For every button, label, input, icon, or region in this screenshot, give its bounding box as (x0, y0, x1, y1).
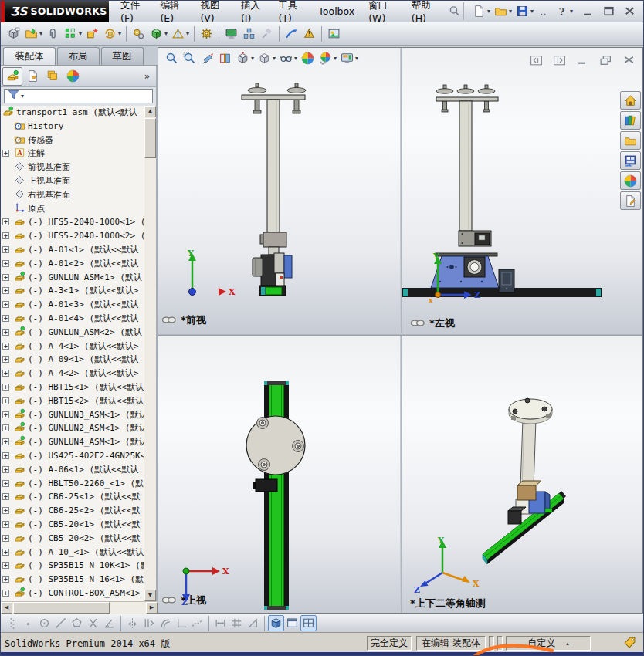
make-block-button[interactable] (245, 615, 261, 631)
dropdown-arrow-icon[interactable]: ▾ (251, 55, 254, 62)
configuration-manager-button[interactable] (42, 67, 63, 86)
spline-button[interactable] (189, 615, 205, 631)
apply-scene-button[interactable] (317, 49, 334, 67)
expander-icon[interactable]: + (2, 438, 9, 445)
dropdown-arrow-icon[interactable]: ▾ (334, 55, 337, 62)
smart-fastener-button[interactable] (83, 25, 101, 42)
trim-button[interactable] (85, 615, 101, 631)
expander-icon[interactable]: + (2, 370, 9, 377)
tree-item[interactable]: +(-) CB5-20<1> (默认<<默 (1, 518, 144, 532)
scroll-left-arrow[interactable]: ◀ (1, 602, 12, 614)
viewport-top[interactable]: X Z *上视 (158, 336, 400, 613)
menu-item-5[interactable]: Toolbox (311, 5, 361, 17)
expander-icon[interactable]: + (2, 480, 9, 487)
insert-component-button[interactable] (5, 25, 22, 42)
design-library-button[interactable] (620, 111, 641, 130)
overflow-chevron-icon[interactable]: » (144, 71, 150, 82)
section-view-button[interactable] (216, 49, 234, 67)
maximize-button[interactable] (600, 2, 618, 20)
command-tab[interactable]: 布局 (57, 47, 100, 65)
dropdown-arrow-icon[interactable]: ▾ (530, 8, 534, 15)
expander-icon[interactable]: + (2, 150, 9, 157)
custom-properties-button[interactable] (620, 191, 641, 210)
expander-icon[interactable]: + (2, 562, 9, 569)
menu-item-3[interactable]: 插入(I) (234, 0, 272, 24)
expander-icon[interactable]: + (2, 246, 9, 253)
expander-icon[interactable]: + (2, 549, 9, 556)
feature-tree-button[interactable] (2, 67, 22, 86)
tree-item[interactable]: +(-) CB6-25<1> (默认<<默 (1, 490, 144, 504)
minimize-button[interactable] (579, 2, 597, 20)
expander-icon[interactable]: + (2, 590, 9, 597)
view-settings-button[interactable] (338, 49, 356, 67)
expander-icon[interactable]: + (2, 576, 9, 583)
tree-item[interactable]: +(-) HFS5-2040-1000<2> ( (1, 229, 144, 243)
corner-button[interactable] (173, 615, 189, 631)
tree-item[interactable]: +A注解 (1, 147, 144, 161)
save-button[interactable] (514, 2, 531, 20)
tree-item[interactable]: transport1_asm (默认<默认 (1, 106, 144, 120)
view-orientation-button[interactable] (234, 49, 252, 67)
assembly-features-button[interactable] (147, 25, 165, 42)
tree-item[interactable]: +(-) GUNLUN_ASM<2> (默认 (1, 326, 144, 340)
search-icon[interactable] (446, 2, 463, 20)
reference-geometry-button[interactable] (169, 25, 187, 42)
circle-button[interactable] (36, 615, 53, 631)
dropdown-arrow-icon[interactable]: ▾ (79, 30, 82, 37)
tree-item[interactable]: 上视基准面 (1, 174, 144, 188)
viewport-front[interactable]: Y X *前视 (158, 48, 400, 333)
tree-item[interactable]: +(-) A-01<2> (默认<<默认 (1, 257, 144, 271)
expander-icon[interactable]: + (2, 329, 9, 336)
tree-item[interactable]: +(-) GUNLUN2_ASM<1> (默认 (1, 421, 144, 435)
filter-dropdown-arrow[interactable]: ▾ (21, 93, 24, 100)
edit-appearance-button[interactable] (299, 49, 317, 67)
expander-icon[interactable]: + (2, 452, 9, 459)
motion-manager-button[interactable] (130, 25, 147, 42)
tree-item[interactable]: +(-) SP35B15-N-16<1> (默 (1, 573, 144, 587)
menu-item-1[interactable]: 编辑(E) (153, 0, 193, 24)
offset-button[interactable] (157, 615, 173, 631)
tree-horizontal-scrollbar[interactable]: ◀ ▶ (1, 601, 158, 614)
viewport-isometric[interactable]: Y X Z *上下二等角轴测 (402, 336, 642, 613)
exploded-view-button[interactable] (240, 25, 258, 42)
appearance-manager-button[interactable] (63, 67, 83, 86)
previous-view-button[interactable] (198, 49, 216, 67)
tree-filter[interactable]: ▾ (4, 89, 153, 103)
rotate-component-button[interactable] (101, 25, 119, 42)
expander-icon[interactable]: + (2, 218, 9, 225)
pane-right-button[interactable] (551, 52, 568, 69)
expander-icon[interactable]: + (2, 343, 9, 350)
menu-item-0[interactable]: 文件(F) (114, 0, 153, 24)
more-button[interactable] (535, 2, 553, 20)
close-button[interactable] (621, 2, 639, 20)
help-button[interactable]: ? (553, 2, 571, 20)
property-manager-button[interactable] (22, 67, 42, 86)
new-doc-button[interactable] (470, 2, 488, 20)
angle-button[interactable] (101, 615, 117, 631)
zoom-area-button[interactable] (181, 49, 198, 67)
mirror-button[interactable] (124, 615, 141, 631)
home-button[interactable] (620, 91, 641, 110)
expander-icon[interactable]: + (2, 397, 9, 404)
appearances-button[interactable] (620, 171, 641, 190)
tree-item[interactable]: +(-) A-4<1> (默认<<默认> (1, 340, 144, 353)
expander-icon[interactable]: + (2, 287, 9, 294)
hide-show-button[interactable] (277, 49, 295, 67)
linear-pattern-button[interactable] (62, 25, 80, 42)
expander-icon[interactable]: + (2, 301, 9, 308)
expander-icon[interactable]: + (2, 493, 9, 500)
expander-icon[interactable]: + (2, 232, 9, 239)
tree-item[interactable]: 原点 (1, 202, 144, 216)
grip-button[interactable] (4, 615, 20, 631)
horizontal-splitter[interactable] (158, 333, 642, 336)
tree-item[interactable]: +(-) A-3<1> (默认<<默认> (1, 284, 144, 298)
expander-icon[interactable]: + (2, 274, 9, 281)
display-style-button[interactable] (256, 49, 273, 67)
tree-item[interactable]: +(-) A-10_<1> (默认<<默认 (1, 546, 144, 560)
command-tab[interactable]: 装配体 (3, 47, 56, 65)
scroll-up-arrow[interactable]: ▲ (144, 106, 156, 117)
polygon-button[interactable] (69, 615, 85, 631)
win-min-button[interactable] (574, 52, 591, 69)
tree-item[interactable]: +(-) HBLT50-2260_<1> (默 (1, 477, 144, 491)
tree-item[interactable]: +(-) GUNLUN4_ASM<1> (默认 (1, 435, 144, 449)
